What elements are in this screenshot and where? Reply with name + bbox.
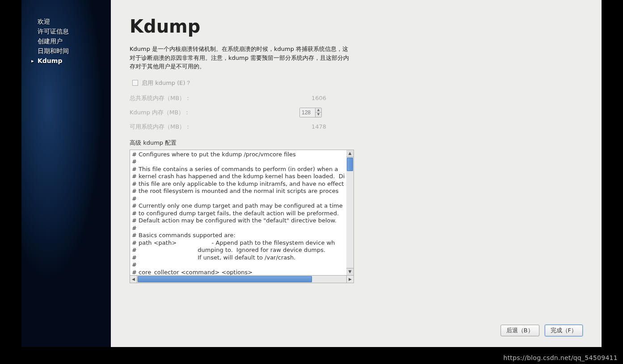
sidebar-item-kdump[interactable]: Kdump: [21, 56, 111, 65]
sidebar-item-welcome[interactable]: 欢迎: [21, 17, 111, 27]
button-bar: 后退（B） 完成（F）: [501, 325, 583, 336]
sidebar-item-label: 欢迎: [38, 18, 50, 25]
back-button[interactable]: 后退（B）: [501, 325, 539, 336]
available-memory-row: 可用系统内存（MB）： 1478: [130, 122, 583, 132]
sidebar-item-label: 许可证信息: [38, 28, 69, 35]
enable-kdump-checkbox[interactable]: [132, 80, 138, 86]
scroll-down-icon[interactable]: ▼: [346, 268, 354, 275]
spinner-down-icon[interactable]: ▼: [316, 113, 321, 117]
scroll-right-icon[interactable]: ▶: [346, 276, 354, 283]
scroll-up-icon[interactable]: ▲: [346, 150, 354, 157]
finish-button-label: 完成（F）: [551, 326, 577, 335]
scroll-left-icon[interactable]: ◀: [130, 276, 137, 283]
app-window: 欢迎 许可证信息 创建用户 日期和时间 Kdump Kdump Kdump 是一…: [21, 0, 602, 347]
advanced-config-label: 高级 kdump 配置: [130, 139, 583, 147]
vertical-scrollbar[interactable]: ▲ ▼: [346, 150, 354, 276]
total-memory-label: 总共系统内存（MB）：: [130, 94, 299, 102]
watermark: https://blog.csdn.net/qq_54509411: [503, 354, 618, 361]
page-description: Kdump 是一个内核崩溃转储机制。在系统崩溃的时候，kdump 将捕获系统信息…: [130, 45, 353, 71]
sidebar: 欢迎 许可证信息 创建用户 日期和时间 Kdump: [21, 0, 111, 347]
page-title: Kdump: [130, 16, 583, 37]
config-textarea[interactable]: # Configures where to put the kdump /pro…: [130, 150, 354, 276]
available-memory-label: 可用系统内存（MB）：: [130, 123, 299, 131]
vertical-scroll-thumb[interactable]: [347, 158, 353, 171]
horizontal-scroll-thumb[interactable]: [138, 276, 312, 282]
total-memory-value: 1606: [299, 95, 326, 101]
kdump-memory-label: Kdump 内存（MB）：: [130, 109, 299, 117]
sidebar-item-label: 创建用户: [38, 38, 63, 45]
enable-kdump-label: 启用 kdump (E)？: [142, 79, 191, 87]
sidebar-item-date-time[interactable]: 日期和时间: [21, 46, 111, 56]
enable-kdump-row: 启用 kdump (E)？: [130, 79, 583, 87]
total-memory-row: 总共系统内存（MB）： 1606: [130, 93, 583, 103]
horizontal-scrollbar[interactable]: ◀ ▶: [130, 276, 354, 283]
sidebar-item-license[interactable]: 许可证信息: [21, 27, 111, 37]
sidebar-item-label: Kdump: [38, 57, 62, 64]
sidebar-item-create-user[interactable]: 创建用户: [21, 37, 111, 46]
kdump-memory-spinner[interactable]: ▲ ▼: [299, 108, 322, 117]
spinner-up-icon[interactable]: ▲: [316, 108, 321, 113]
main-panel: Kdump Kdump 是一个内核崩溃转储机制。在系统崩溃的时候，kdump 将…: [111, 0, 602, 347]
kdump-memory-input[interactable]: [300, 108, 315, 117]
kdump-memory-row: Kdump 内存（MB）： ▲ ▼: [130, 108, 583, 117]
config-textarea-wrap: # Configures where to put the kdump /pro…: [130, 150, 354, 276]
back-button-label: 后退（B）: [506, 326, 534, 335]
available-memory-value: 1478: [299, 123, 326, 130]
finish-button[interactable]: 完成（F）: [545, 325, 583, 336]
sidebar-item-label: 日期和时间: [38, 47, 69, 54]
